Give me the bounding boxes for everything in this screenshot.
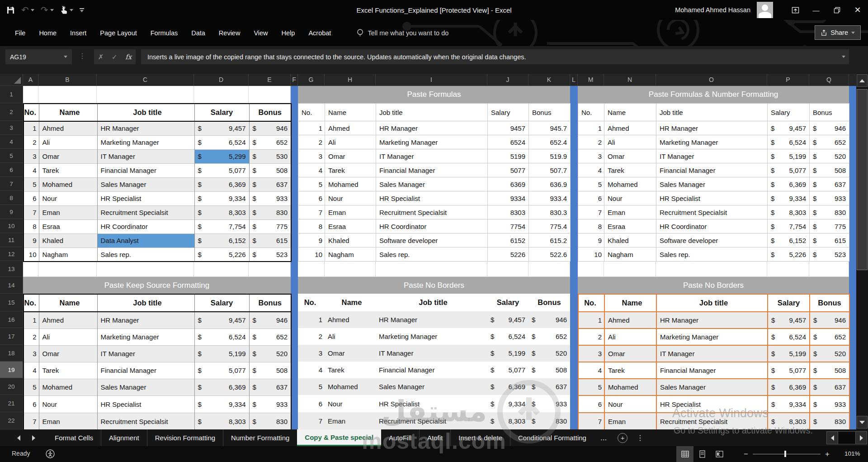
header-cell[interactable]: Name <box>325 104 376 121</box>
cell[interactable]: Sales Manager <box>97 177 194 191</box>
user-avatar[interactable] <box>757 2 773 18</box>
header-cell[interactable]: No. <box>24 104 39 121</box>
cell[interactable]: 519.9 <box>529 149 571 163</box>
row-header-20[interactable]: 20 <box>0 378 23 395</box>
header-cell[interactable]: Salary <box>768 104 810 121</box>
cell[interactable]: Mohamed <box>39 379 97 395</box>
cell[interactable]: 8303 <box>488 205 529 219</box>
cell[interactable]: Tarek <box>604 362 656 379</box>
row-header-6[interactable]: 6 <box>0 163 23 177</box>
cell[interactable]: Marketing Manager <box>376 328 487 345</box>
horizontal-scrollbar[interactable] <box>826 431 867 444</box>
row-header-9[interactable]: 9 <box>0 205 23 219</box>
cell[interactable]: $5,077 <box>768 163 810 177</box>
cell[interactable]: $775 <box>810 219 849 233</box>
redo-button[interactable]: ↷ <box>41 5 54 14</box>
row-header-15[interactable]: 15 <box>0 294 23 311</box>
cell[interactable]: $637 <box>810 379 849 395</box>
row-header-19[interactable]: 19 <box>0 362 23 378</box>
sheet-tab-insert-delete[interactable]: Insert & delete <box>450 429 510 446</box>
redo-dropdown-icon[interactable] <box>50 9 54 11</box>
cell[interactable]: $615 <box>249 233 291 248</box>
cell[interactable]: 9 <box>24 233 39 248</box>
select-all-corner[interactable] <box>0 74 23 86</box>
accessibility-checker-icon[interactable] <box>45 449 55 461</box>
header-cell[interactable]: Job title <box>97 294 194 312</box>
name-box[interactable]: AG19 <box>5 49 72 64</box>
cell[interactable]: 4 <box>24 362 39 379</box>
cell[interactable]: Eman <box>604 205 656 219</box>
cell[interactable]: 652.4 <box>529 135 571 149</box>
cell[interactable]: $830 <box>810 205 849 219</box>
cell[interactable]: $615 <box>810 233 849 248</box>
previous-sheet-icon[interactable] <box>17 435 20 441</box>
cell[interactable]: Khaled <box>39 233 97 248</box>
cell[interactable]: $6,369 <box>768 177 810 191</box>
restore-button[interactable] <box>826 0 847 20</box>
cell[interactable]: $946 <box>810 312 849 329</box>
cell[interactable]: HR Specialist <box>376 191 488 205</box>
cell[interactable]: Mohamed <box>604 379 656 395</box>
column-header-B[interactable]: B <box>38 74 97 86</box>
cell[interactable]: $946 <box>810 121 849 135</box>
cell[interactable]: $520 <box>249 345 291 362</box>
ribbon-display-options-button[interactable] <box>785 0 806 20</box>
cell[interactable]: HR Manager <box>97 312 194 329</box>
cell[interactable]: 7 <box>578 205 604 219</box>
cell[interactable]: 507.7 <box>529 163 571 177</box>
column-header-H[interactable]: H <box>325 74 376 86</box>
cell[interactable]: 1 <box>578 312 604 329</box>
cell[interactable]: Sales Manager <box>376 177 488 191</box>
new-sheet-button[interactable]: + <box>618 433 627 443</box>
column-header-K[interactable]: K <box>528 74 570 86</box>
column-header-D[interactable]: D <box>194 74 249 86</box>
row-header-18[interactable]: 18 <box>0 345 23 362</box>
header-cell[interactable]: Bonus <box>528 294 570 311</box>
cell[interactable]: IT Manager <box>376 149 488 163</box>
cell[interactable]: $5,226 <box>768 248 810 262</box>
scroll-up-button[interactable] <box>857 74 868 87</box>
cell[interactable]: Eman <box>325 412 376 429</box>
cell[interactable]: $9,457 <box>194 121 249 135</box>
cell[interactable]: $5,199 <box>768 149 810 163</box>
cell[interactable]: $508 <box>810 163 849 177</box>
cell[interactable]: 830.3 <box>529 205 571 219</box>
cell[interactable]: 8 <box>578 219 604 233</box>
cell[interactable]: $652 <box>249 135 291 149</box>
cell[interactable]: 4 <box>578 163 604 177</box>
cell[interactable]: 6 <box>298 395 325 412</box>
zoom-slider-thumb[interactable] <box>784 451 786 457</box>
row-header-11[interactable]: 11 <box>0 233 23 247</box>
cell[interactable]: $9,457 <box>194 312 249 329</box>
cell[interactable]: HR Manager <box>376 311 487 328</box>
column-header-J[interactable]: J <box>487 74 528 86</box>
cell[interactable]: $637 <box>249 177 291 191</box>
row-header-2[interactable]: 2 <box>0 103 23 121</box>
header-cell[interactable]: Job title <box>656 104 768 121</box>
cell[interactable]: 5199 <box>488 149 529 163</box>
cell[interactable]: $9,457 <box>768 121 810 135</box>
column-header-E[interactable]: E <box>249 74 291 86</box>
cell[interactable]: $5,077 <box>487 362 528 378</box>
ribbon-tab-insert[interactable]: Insert <box>63 26 93 40</box>
cell[interactable]: Recruitment Specialsit <box>656 413 768 429</box>
cell[interactable]: Financial Manager <box>376 163 488 177</box>
cell[interactable]: 1 <box>24 121 39 135</box>
cell[interactable]: HR Manager <box>376 121 488 135</box>
cell[interactable]: Eman <box>39 205 97 219</box>
insert-function-icon[interactable]: fx <box>125 53 132 61</box>
row-header-1[interactable]: 1 <box>0 86 23 103</box>
cell[interactable]: IT Manager <box>376 345 487 362</box>
cell[interactable]: $520 <box>810 149 849 163</box>
cell[interactable]: $9,457 <box>487 311 528 328</box>
cell[interactable]: HR Manager <box>656 312 768 329</box>
touch-mouse-mode-button[interactable] <box>60 6 73 14</box>
cell[interactable]: 615.2 <box>529 233 571 248</box>
cell[interactable]: 5 <box>578 177 604 191</box>
undo-dropdown-icon[interactable] <box>31 9 34 11</box>
cell[interactable]: 7 <box>24 413 39 429</box>
worksheet-grid[interactable]: 12345678910111213141516171819202122No.Na… <box>0 86 856 429</box>
cell[interactable]: Marketing Manager <box>376 135 488 149</box>
cell[interactable]: Sales Manager <box>376 378 487 395</box>
cell[interactable]: $775 <box>249 219 291 233</box>
